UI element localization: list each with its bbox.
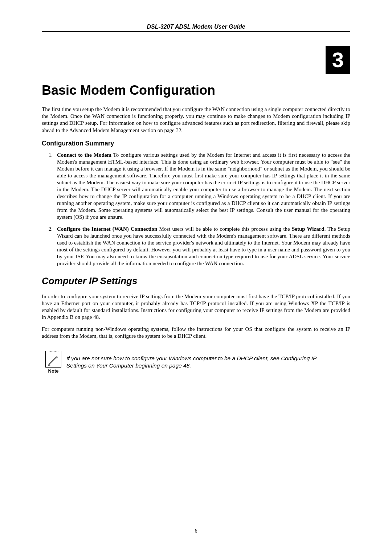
ip-settings-para2: For computers running non-Windows operat…	[42, 326, 350, 340]
list-number: 2.	[42, 226, 53, 233]
list-item: 1. Connect to the Modem To configure var…	[57, 152, 350, 221]
note-icon-cell: ooooooo Note	[42, 349, 65, 376]
notepad-icon: ooooooo	[45, 351, 61, 368]
top-rule	[42, 31, 350, 32]
list-number: 1.	[42, 152, 53, 159]
chapter-heading: Basic Modem Configuration	[42, 83, 350, 98]
page-number: 6	[0, 528, 392, 534]
list-item: 2. Configure the Internet (WAN) Connecti…	[57, 226, 350, 267]
chapter-intro: The first time you setup the Modem it is…	[42, 106, 350, 134]
list-item-text-after: . The Setup Wizard can be launched once …	[57, 226, 350, 266]
setup-wizard-bold: Setup Wizard	[292, 226, 324, 232]
list-item-lead: Connect to the Modem	[57, 152, 111, 158]
list-item-text-before: Most users will be able to complete this…	[157, 226, 292, 232]
list-item-lead: Configure the Internet (WAN) Connection	[57, 226, 157, 232]
chapter-number-badge: 3	[326, 46, 350, 74]
ip-settings-heading: Computer IP Settings	[42, 275, 350, 287]
svg-line-0	[49, 357, 56, 365]
config-summary-list: 1. Connect to the Modem To configure var…	[42, 152, 350, 267]
ip-settings-para1: In order to configure your system to rec…	[42, 293, 350, 321]
config-summary-heading: Configuration Summary	[42, 140, 350, 147]
list-item-text: To configure various settings used by th…	[57, 152, 350, 220]
note-box: ooooooo Note If you are not sure how to …	[42, 349, 336, 376]
header-title: DSL-320T ADSL Modem User Guide	[42, 24, 350, 30]
note-label: Note	[43, 368, 64, 374]
note-text: If you are not sure how to configure you…	[65, 349, 336, 376]
